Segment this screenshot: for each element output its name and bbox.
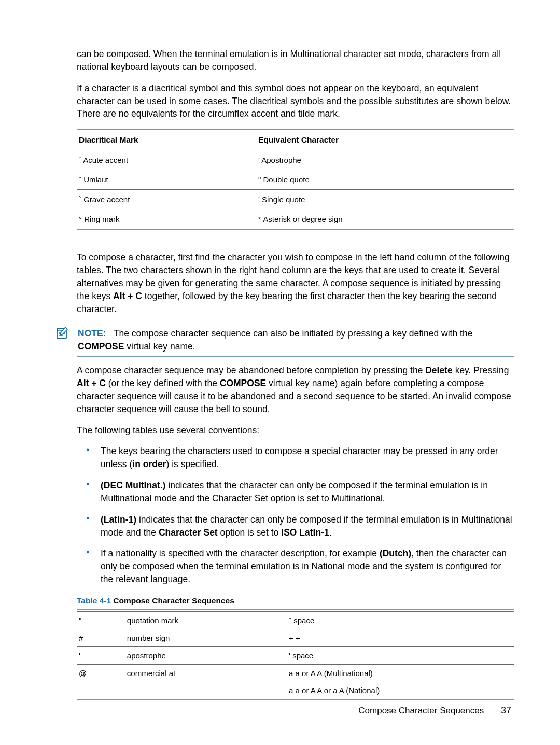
page-number: 37 <box>501 705 511 715</box>
text-span: A compose character sequence may be aban… <box>77 365 425 375</box>
sequence-cell: a a or A A or a A (National) <box>287 682 514 700</box>
text-span: If a nationality is specified with the c… <box>101 548 380 558</box>
table-row: ' apostrophe ' space <box>77 646 514 664</box>
equivalent-cell: ' Apostrophe <box>256 150 514 170</box>
bold-span: (Latin-1) <box>101 514 136 525</box>
diacritical-mark-cell: ¨ Umlaut <box>77 170 256 190</box>
diacritical-mark-cell: ´ Acute accent <box>77 150 256 170</box>
diacritical-mark-cell: ° Ring mark <box>77 209 256 230</box>
intro-paragraph-2: If a character is a diacritical symbol a… <box>77 82 514 121</box>
table-row: # number sign + + <box>77 629 514 646</box>
table-caption: Table 4-1 Compose Character Sequences <box>77 596 514 606</box>
page-footer: Compose Character Sequences 37 <box>358 705 511 716</box>
table-row: " quotation mark ¨ space <box>77 611 514 629</box>
name-cell: number sign <box>125 629 287 646</box>
text-span: option is set to <box>218 527 282 538</box>
note-icon <box>55 326 69 340</box>
sequence-cell: a a or A A (Multinational) <box>287 664 514 682</box>
table-row: ° Ring mark * Asterisk or degree sign <box>77 209 514 230</box>
symbol-cell: # <box>77 629 125 646</box>
list-item: (DEC Multinat.) indicates that the chara… <box>77 479 514 505</box>
table-row: ` Grave accent ' Single quote <box>77 190 514 209</box>
bold-span: COMPOSE <box>220 378 266 388</box>
conventions-intro: The following tables use several convent… <box>77 424 514 437</box>
compose-instruction-paragraph: To compose a character, first find the c… <box>77 251 514 315</box>
bold-span: Delete <box>425 365 453 375</box>
text-span: The compose character sequence can also … <box>114 328 473 339</box>
text-span: . <box>329 527 332 538</box>
table-row: a a or A A or a A (National) <box>77 682 514 700</box>
footer-section: Compose Character Sequences <box>358 706 484 715</box>
equivalent-cell: ' Single quote <box>256 190 514 209</box>
note-label: NOTE: <box>78 328 106 339</box>
table-row: ¨ Umlaut " Double quote <box>77 170 514 190</box>
intro-paragraph-1: can be composed. When the terminal emula… <box>77 48 514 74</box>
document-page: can be composed. When the terminal emula… <box>0 0 560 745</box>
list-item: (Latin-1) indicates that the character c… <box>77 513 514 539</box>
text-span: virtual key name. <box>124 341 195 352</box>
sequence-cell: + + <box>287 629 514 646</box>
name-cell <box>125 682 287 700</box>
symbol-cell <box>77 682 125 700</box>
bold-span: Alt + C <box>113 291 142 301</box>
table-row: @ commercial at a a or A A (Multinationa… <box>77 664 514 682</box>
bold-span: COMPOSE <box>78 341 124 352</box>
note-block: NOTE: The compose character sequence can… <box>77 324 514 357</box>
name-cell: quotation mark <box>125 611 287 629</box>
conventions-list: The keys bearing the characters used to … <box>77 445 514 586</box>
equivalent-cell: * Asterisk or degree sign <box>256 209 514 230</box>
name-cell: commercial at <box>125 664 287 682</box>
diacritical-table: Diacritical Mark Equivalent Character ´ … <box>77 129 514 230</box>
caption-title: Compose Character Sequences <box>111 596 234 605</box>
table1-header-equiv: Equivalent Character <box>256 130 514 150</box>
symbol-cell: ' <box>77 646 125 664</box>
bold-span: in order <box>132 459 166 469</box>
list-item: The keys bearing the characters used to … <box>77 445 514 471</box>
text-span: ) is specified. <box>166 459 219 469</box>
abandon-paragraph: A compose character sequence may be aban… <box>77 364 514 415</box>
text-span: (or the key defined with the <box>106 378 220 388</box>
diacritical-mark-cell: ` Grave accent <box>77 190 256 209</box>
bold-span: ISO Latin-1 <box>281 527 329 538</box>
symbol-cell: " <box>77 611 125 629</box>
bold-span: (Dutch) <box>380 548 411 558</box>
caption-number: Table 4-1 <box>77 596 111 605</box>
table1-header-mark: Diacritical Mark <box>77 130 256 150</box>
compose-sequences-table: " quotation mark ¨ space # number sign +… <box>77 609 514 700</box>
name-cell: apostrophe <box>125 646 287 664</box>
bold-span: (DEC Multinat.) <box>101 480 165 490</box>
text-span: key. Pressing <box>453 365 509 375</box>
list-item: If a nationality is specified with the c… <box>77 547 514 586</box>
symbol-cell: @ <box>77 664 125 682</box>
equivalent-cell: " Double quote <box>256 170 514 190</box>
sequence-cell: ¨ space <box>287 611 514 629</box>
table-row: ´ Acute accent ' Apostrophe <box>77 150 514 170</box>
bold-span: Alt + C <box>77 378 106 388</box>
sequence-cell: ' space <box>287 646 514 664</box>
bold-span: Character Set <box>159 527 218 538</box>
